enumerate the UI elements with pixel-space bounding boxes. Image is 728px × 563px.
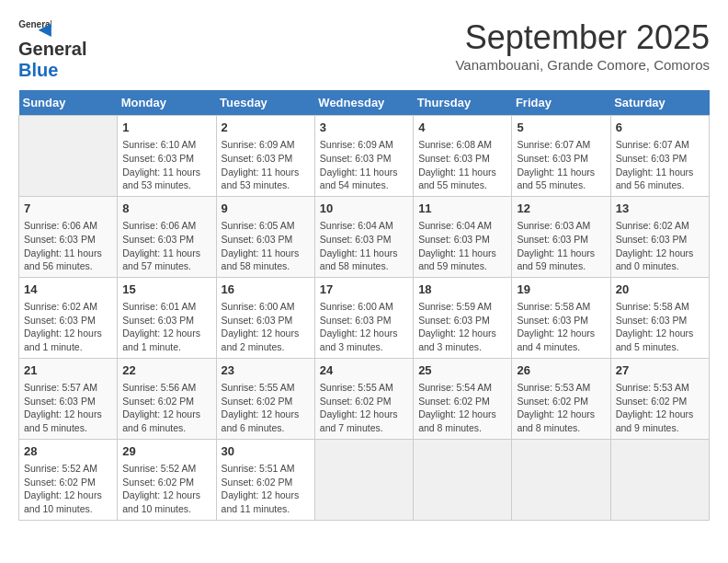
calendar-cell: 4Sunrise: 6:08 AMSunset: 6:03 PMDaylight… [414,116,512,197]
calendar-cell [19,116,118,197]
logo: General General Blue [18,18,86,81]
day-number: 24 [320,362,408,379]
calendar-cell: 15Sunrise: 6:01 AMSunset: 6:03 PMDayligh… [118,277,216,358]
location-subtitle: Vanambouani, Grande Comore, Comoros [455,57,710,73]
calendar-cell: 16Sunrise: 6:00 AMSunset: 6:03 PMDayligh… [216,277,314,358]
calendar-cell [314,439,413,520]
day-info: Sunrise: 6:05 AMSunset: 6:03 PMDaylight:… [222,219,310,273]
day-number: 30 [222,443,310,460]
day-info: Sunrise: 6:04 AMSunset: 6:03 PMDaylight:… [320,219,408,273]
day-number: 15 [122,282,210,298]
day-number: 5 [517,120,605,136]
calendar-cell: 22Sunrise: 5:56 AMSunset: 6:02 PMDayligh… [118,358,216,439]
day-number: 4 [418,120,506,136]
day-number: 3 [320,120,408,136]
day-info: Sunrise: 5:55 AMSunset: 6:02 PMDaylight:… [222,381,310,435]
logo-icon: General [18,18,51,37]
day-info: Sunrise: 6:01 AMSunset: 6:03 PMDaylight:… [122,300,210,354]
day-info: Sunrise: 5:51 AMSunset: 6:02 PMDaylight:… [222,462,310,516]
calendar-cell: 9Sunrise: 6:05 AMSunset: 6:03 PMDaylight… [216,196,314,277]
calendar-cell: 11Sunrise: 6:04 AMSunset: 6:03 PMDayligh… [414,196,512,277]
day-info: Sunrise: 5:53 AMSunset: 6:02 PMDaylight:… [616,381,704,435]
header-tuesday: Tuesday [216,90,314,116]
calendar-cell: 24Sunrise: 5:55 AMSunset: 6:02 PMDayligh… [314,358,413,439]
day-number: 8 [122,201,210,217]
header-friday: Friday [512,90,610,116]
day-info: Sunrise: 6:09 AMSunset: 6:03 PMDaylight:… [222,138,310,192]
calendar-cell: 13Sunrise: 6:02 AMSunset: 6:03 PMDayligh… [610,196,709,277]
day-number: 22 [122,362,210,379]
day-number: 6 [616,120,704,136]
day-number: 14 [24,282,112,298]
calendar-cell: 3Sunrise: 6:09 AMSunset: 6:03 PMDaylight… [314,116,413,197]
day-info: Sunrise: 5:53 AMSunset: 6:02 PMDaylight:… [517,381,605,435]
day-info: Sunrise: 6:06 AMSunset: 6:03 PMDaylight:… [122,219,210,273]
calendar-cell: 21Sunrise: 5:57 AMSunset: 6:03 PMDayligh… [19,358,118,439]
calendar-cell: 8Sunrise: 6:06 AMSunset: 6:03 PMDaylight… [118,196,216,277]
day-number: 18 [418,282,506,298]
day-info: Sunrise: 5:52 AMSunset: 6:02 PMDaylight:… [24,462,112,516]
header-monday: Monday [118,90,216,116]
day-number: 25 [418,362,506,379]
header-saturday: Saturday [610,90,709,116]
calendar-cell: 17Sunrise: 6:00 AMSunset: 6:03 PMDayligh… [314,277,413,358]
calendar-cell: 26Sunrise: 5:53 AMSunset: 6:02 PMDayligh… [512,358,610,439]
day-info: Sunrise: 5:57 AMSunset: 6:03 PMDaylight:… [24,381,112,435]
week-row-4: 28Sunrise: 5:52 AMSunset: 6:02 PMDayligh… [19,439,710,520]
day-info: Sunrise: 6:06 AMSunset: 6:03 PMDaylight:… [24,219,112,273]
day-info: Sunrise: 6:07 AMSunset: 6:03 PMDaylight:… [616,138,704,192]
day-number: 1 [122,120,210,136]
day-number: 27 [616,362,704,379]
logo-general: General [18,39,86,60]
page-header: General General Blue September 2025 Vana… [18,18,710,81]
calendar-cell: 29Sunrise: 5:52 AMSunset: 6:02 PMDayligh… [118,439,216,520]
day-info: Sunrise: 5:52 AMSunset: 6:02 PMDaylight:… [122,462,210,516]
day-info: Sunrise: 5:59 AMSunset: 6:03 PMDaylight:… [418,300,506,354]
day-number: 7 [24,201,112,217]
header-sunday: Sunday [19,90,118,116]
day-number: 19 [517,282,605,298]
calendar-cell: 12Sunrise: 6:03 AMSunset: 6:03 PMDayligh… [512,196,610,277]
calendar-cell: 30Sunrise: 5:51 AMSunset: 6:02 PMDayligh… [216,439,314,520]
day-info: Sunrise: 5:56 AMSunset: 6:02 PMDaylight:… [122,381,210,435]
calendar-table: SundayMondayTuesdayWednesdayThursdayFrid… [18,90,710,521]
day-info: Sunrise: 6:07 AMSunset: 6:03 PMDaylight:… [517,138,605,192]
calendar-cell: 2Sunrise: 6:09 AMSunset: 6:03 PMDaylight… [216,116,314,197]
calendar-body: 1Sunrise: 6:10 AMSunset: 6:03 PMDaylight… [19,116,710,521]
calendar-cell: 25Sunrise: 5:54 AMSunset: 6:02 PMDayligh… [414,358,512,439]
day-number: 2 [222,120,310,136]
day-number: 9 [222,201,310,217]
day-info: Sunrise: 5:55 AMSunset: 6:02 PMDaylight:… [320,381,408,435]
day-number: 23 [222,362,310,379]
day-info: Sunrise: 5:54 AMSunset: 6:02 PMDaylight:… [418,381,506,435]
day-info: Sunrise: 6:02 AMSunset: 6:03 PMDaylight:… [616,219,704,273]
logo-blue: Blue [18,60,58,80]
calendar-cell [512,439,610,520]
day-info: Sunrise: 6:09 AMSunset: 6:03 PMDaylight:… [320,138,408,192]
calendar-header: SundayMondayTuesdayWednesdayThursdayFrid… [19,90,710,116]
week-row-1: 7Sunrise: 6:06 AMSunset: 6:03 PMDaylight… [19,196,710,277]
calendar-cell [610,439,709,520]
day-info: Sunrise: 6:10 AMSunset: 6:03 PMDaylight:… [122,138,210,192]
day-number: 17 [320,282,408,298]
day-number: 28 [24,443,112,460]
header-row: SundayMondayTuesdayWednesdayThursdayFrid… [19,90,710,116]
calendar-cell: 6Sunrise: 6:07 AMSunset: 6:03 PMDaylight… [610,116,709,197]
day-number: 21 [24,362,112,379]
day-info: Sunrise: 6:03 AMSunset: 6:03 PMDaylight:… [517,219,605,273]
calendar-cell: 28Sunrise: 5:52 AMSunset: 6:02 PMDayligh… [19,439,118,520]
calendar-cell [414,439,512,520]
day-number: 12 [517,201,605,217]
day-number: 16 [222,282,310,298]
day-info: Sunrise: 6:00 AMSunset: 6:03 PMDaylight:… [222,300,310,354]
calendar-cell: 10Sunrise: 6:04 AMSunset: 6:03 PMDayligh… [314,196,413,277]
day-info: Sunrise: 5:58 AMSunset: 6:03 PMDaylight:… [517,300,605,354]
calendar-cell: 1Sunrise: 6:10 AMSunset: 6:03 PMDaylight… [118,116,216,197]
calendar-cell: 18Sunrise: 5:59 AMSunset: 6:03 PMDayligh… [414,277,512,358]
day-number: 26 [517,362,605,379]
day-info: Sunrise: 6:08 AMSunset: 6:03 PMDaylight:… [418,138,506,192]
title-section: September 2025 Vanambouani, Grande Comor… [455,18,710,73]
day-info: Sunrise: 6:00 AMSunset: 6:03 PMDaylight:… [320,300,408,354]
day-number: 11 [418,201,506,217]
calendar-cell: 5Sunrise: 6:07 AMSunset: 6:03 PMDaylight… [512,116,610,197]
